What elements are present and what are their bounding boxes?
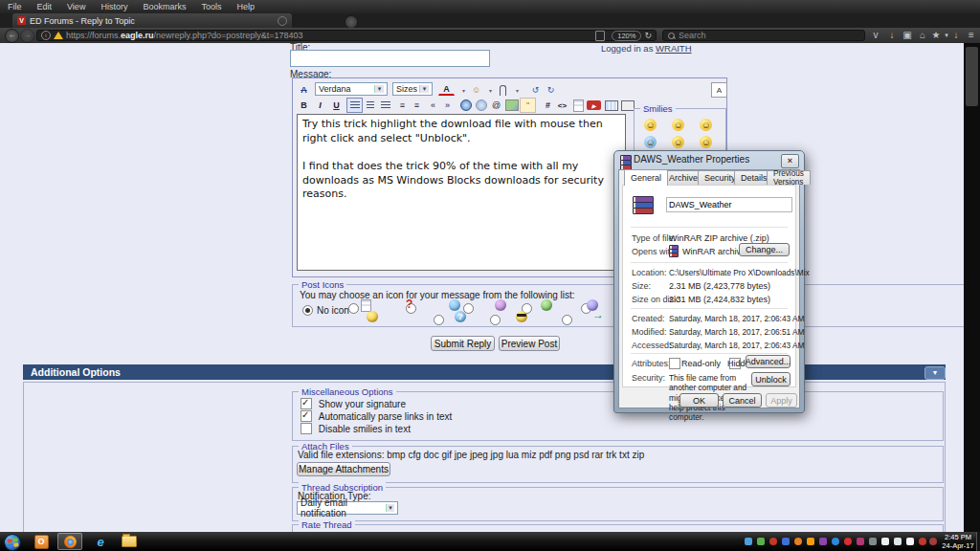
hamburger-menu-icon[interactable]: ≡ [965, 29, 978, 41]
tray-icon[interactable] [794, 538, 802, 545]
post-icon-radio[interactable] [562, 315, 572, 325]
size-select[interactable]: Sizes▾ [392, 82, 433, 96]
apply-button[interactable]: Apply [766, 393, 797, 408]
taskbar-outlook[interactable]: O [29, 533, 54, 550]
pocket-icon[interactable]: v [869, 29, 882, 41]
menu-view[interactable]: View [59, 2, 93, 11]
tray-icon[interactable] [782, 538, 790, 545]
zoom-level-indicator[interactable]: 120% [612, 31, 641, 41]
manage-attachments-button[interactable]: Manage Attachments [297, 462, 390, 476]
tab-general[interactable]: General [624, 169, 668, 186]
post-icon-radio[interactable] [348, 303, 359, 314]
quote-button[interactable]: " [520, 98, 536, 113]
attachment-caret[interactable]: ▾ [509, 82, 525, 98]
notification-type-select[interactable]: Daily email notification▾ [297, 501, 398, 515]
editor-mode-icon[interactable]: A [296, 82, 312, 98]
network-icon[interactable] [894, 538, 902, 545]
extension-icon[interactable]: ▣ [901, 29, 914, 41]
smiley-surprise-icon[interactable]: ☺ [700, 136, 712, 148]
menu-bookmarks[interactable]: Bookmarks [135, 2, 193, 11]
post-icon-radio[interactable] [490, 315, 501, 325]
tray-icon[interactable] [807, 538, 814, 545]
ok-button[interactable]: OK [679, 393, 719, 408]
tray-icon[interactable] [919, 538, 926, 545]
option-disable-smilies[interactable]: Disable smilies in text [301, 423, 411, 434]
forward-button[interactable]: → [20, 29, 34, 43]
tray-icon[interactable] [869, 538, 877, 545]
filename-input[interactable] [666, 197, 792, 212]
insecure-warning-icon[interactable] [54, 32, 63, 39]
redo-icon[interactable]: ↻ [543, 82, 559, 98]
home-icon[interactable]: ⌂ [916, 29, 929, 41]
smiley-cold-icon[interactable]: ☺ [644, 136, 657, 148]
show-signature-checkbox[interactable] [301, 398, 312, 409]
font-select[interactable]: Verdana▾ [315, 82, 388, 96]
download-icon[interactable]: ↓ [885, 29, 899, 41]
smiley-grin-icon[interactable]: ☺ [672, 136, 684, 148]
taskbar-explorer[interactable] [117, 533, 142, 550]
back-button[interactable]: ← [5, 29, 19, 43]
menu-history[interactable]: History [93, 2, 135, 11]
undo-icon[interactable]: ↺ [527, 82, 544, 98]
code-button[interactable]: <> [554, 98, 570, 113]
tab-overflow-button[interactable] [345, 15, 358, 29]
scrollbar-thumb[interactable] [966, 47, 978, 106]
option-show-signature[interactable]: Show your signature [301, 398, 406, 409]
start-button[interactable] [3, 533, 22, 551]
tray-icon[interactable] [745, 538, 752, 545]
submit-reply-button[interactable]: Submit Reply [431, 336, 495, 351]
preview-post-button[interactable]: Preview Post [499, 336, 560, 351]
menu-help[interactable]: Help [229, 2, 262, 11]
tray-icon[interactable] [844, 538, 852, 545]
post-icon-radio[interactable] [434, 315, 444, 325]
tray-icon[interactable] [832, 538, 839, 545]
remove-link-icon[interactable] [473, 98, 489, 113]
menu-edit[interactable]: Edit [30, 2, 60, 11]
option-parse-links[interactable]: Automatically parse links in text [301, 410, 452, 422]
taskbar-firefox[interactable] [57, 533, 82, 550]
bold-button[interactable]: B [296, 98, 312, 113]
underline-button[interactable]: U [328, 98, 345, 113]
taskbar-internet-explorer[interactable]: e [88, 533, 113, 550]
parse-links-checkbox[interactable] [301, 410, 312, 422]
action-center-flag-icon[interactable] [906, 538, 914, 545]
tray-icon[interactable] [819, 538, 827, 545]
wrap-button[interactable] [570, 98, 587, 113]
insert-image-icon[interactable] [503, 98, 520, 113]
browser-scrollbar[interactable] [964, 43, 980, 532]
cancel-button[interactable]: Cancel [723, 393, 762, 408]
reload-button[interactable]: ↻ [644, 31, 652, 40]
downloads-button[interactable]: ↓ [949, 29, 963, 41]
show-desktop-button[interactable] [976, 532, 980, 551]
tab-previous-versions[interactable]: Previous Versions [767, 170, 811, 185]
insert-email-icon[interactable]: @ [488, 98, 504, 113]
youtube-button[interactable]: ▶ [586, 98, 602, 113]
tab-ed-forums[interactable]: V ED Forums - Reply to Topic [12, 13, 292, 28]
close-icon[interactable]: × [781, 154, 799, 168]
page-info-icon[interactable]: i [41, 31, 51, 40]
taskbar-clock[interactable]: 2:45 PM 24-Apr-17 [940, 533, 976, 550]
smiley-swear-icon[interactable]: ☺ [700, 119, 712, 131]
insert-link-icon[interactable] [457, 98, 474, 113]
tab-pin-icon[interactable] [278, 16, 287, 26]
menu-tools[interactable]: Tools [193, 2, 229, 11]
smiley-wink-icon[interactable]: ☺ [644, 119, 657, 131]
tray-icon[interactable] [757, 538, 765, 545]
volume-icon[interactable] [881, 538, 889, 545]
menu-file[interactable]: File [0, 2, 30, 11]
wysiwyg-toggle-icon[interactable]: A [711, 82, 727, 98]
no-icon-radio[interactable] [302, 305, 313, 316]
font-color-icon[interactable]: A [438, 82, 455, 96]
insert-table-button[interactable] [603, 98, 619, 113]
readonly-checkbox[interactable] [669, 358, 680, 369]
smiley-smile-icon[interactable]: ☺ [672, 119, 684, 131]
tray-icon[interactable] [929, 538, 937, 545]
unblock-button[interactable]: Unblock [751, 372, 791, 386]
align-center-button[interactable] [362, 98, 378, 113]
change-button[interactable]: Change... [739, 243, 790, 256]
unordered-list-button[interactable]: ≡ [409, 98, 425, 113]
reader-mode-icon[interactable] [595, 31, 605, 41]
username-link[interactable]: WRAITH [656, 43, 691, 54]
url-bar[interactable]: i https://forums.eagle.ru/newreply.php?d… [36, 30, 657, 41]
no-icon-option[interactable]: No icon [302, 305, 349, 316]
